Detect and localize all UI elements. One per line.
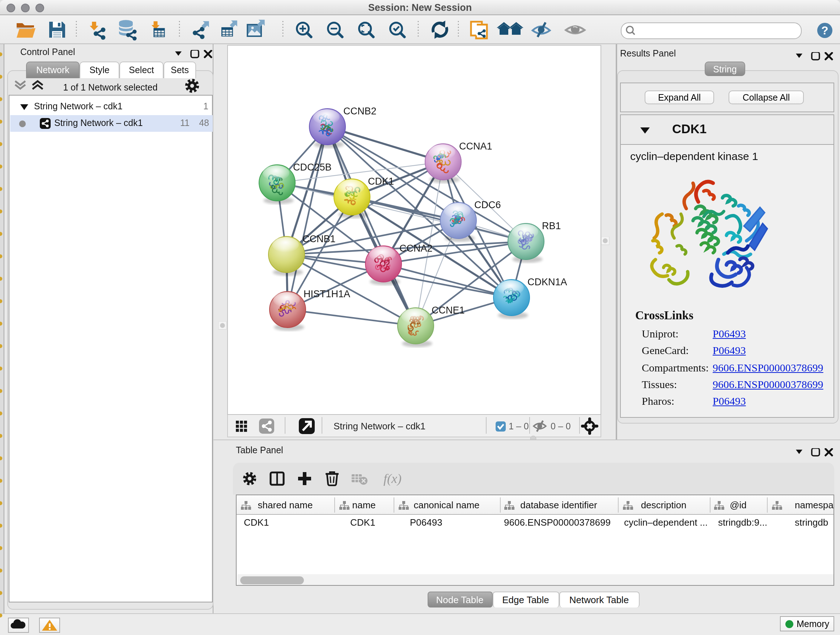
svg-text:CDC6: CDC6	[474, 200, 501, 211]
svg-text:String Network – cdk1: String Network – cdk1	[333, 421, 425, 432]
svg-text:CDC25B: CDC25B	[293, 162, 332, 173]
svg-text:CCNA1: CCNA1	[459, 141, 493, 152]
svg-text:CCNB2: CCNB2	[343, 106, 377, 117]
svg-text:RB1: RB1	[542, 220, 561, 231]
svg-text:?: ?	[821, 24, 829, 37]
svg-text:0 – 0: 0 – 0	[551, 421, 571, 431]
svg-text:f(x): f(x)	[384, 471, 401, 486]
svg-text:CCNA2: CCNA2	[399, 243, 433, 254]
svg-text:1 – 0: 1 – 0	[508, 421, 529, 431]
svg-text:CDK1: CDK1	[368, 176, 394, 187]
svg-text:HIST1H1A: HIST1H1A	[303, 288, 350, 299]
svg-text:CCNB1: CCNB1	[302, 233, 336, 244]
svg-text:CDKN1A: CDKN1A	[527, 277, 567, 287]
svg-text:CCNE1: CCNE1	[431, 305, 465, 316]
